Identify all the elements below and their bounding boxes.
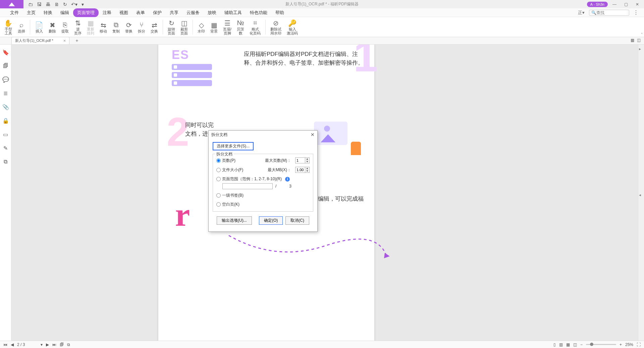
search-box[interactable]: 🔍 xyxy=(589,10,629,16)
menu-annotate[interactable]: 注释 xyxy=(99,8,115,17)
max-pages-spinner[interactable]: ▲▼ xyxy=(295,157,310,163)
ribbon-提取[interactable]: ⎘提取 xyxy=(59,20,71,34)
signature-icon[interactable]: ✎ xyxy=(3,145,8,151)
detail-view-icon[interactable]: ◫ xyxy=(637,38,641,43)
menu-home[interactable]: 主页 xyxy=(23,8,40,17)
thumbnails-view-icon[interactable]: ▦ xyxy=(631,38,634,43)
compare-icon[interactable]: ⧉ xyxy=(4,159,7,165)
ribbon-替换[interactable]: ⟳替换 xyxy=(123,20,135,34)
menu-form[interactable]: 表单 xyxy=(132,8,149,17)
menu-share[interactable]: 共享 xyxy=(166,8,182,17)
security-icon[interactable]: 🔒 xyxy=(2,118,9,124)
pages-icon[interactable]: 🗐 xyxy=(3,63,8,69)
max-pages-input[interactable] xyxy=(296,158,305,163)
ribbon-移动[interactable]: ⇆移动 xyxy=(98,20,109,34)
maximize-button[interactable]: ▢ xyxy=(621,1,631,8)
document-canvas[interactable]: ES 1 应用福昕PDF编辑器对PDF文档进行编辑、注释、合并和拆分、电子签章、… xyxy=(11,45,638,341)
ribbon-collapse-icon[interactable]: ˄ xyxy=(641,32,643,36)
menu-convert[interactable]: 转换 xyxy=(40,8,56,17)
fields-icon[interactable]: ▭ xyxy=(3,131,8,138)
history-back-icon[interactable]: 🗐 xyxy=(60,342,64,347)
prev-page-icon[interactable]: ◀ xyxy=(11,342,14,347)
comments-icon[interactable]: 💬 xyxy=(2,76,9,83)
max-mb-spinner[interactable]: ▲▼ xyxy=(295,167,310,173)
spin-down-icon[interactable]: ▼ xyxy=(305,170,309,172)
menu-overflow-icon[interactable]: ⋮ xyxy=(631,9,641,16)
undo-dropdown-icon[interactable]: ↶▾ xyxy=(71,2,77,7)
ribbon-复制[interactable]: ⧉复制 xyxy=(110,20,122,34)
info-icon[interactable]: i xyxy=(285,177,290,182)
select-more-files-button[interactable]: 选择更多文件(S)... xyxy=(213,142,254,150)
history-forward-icon[interactable]: ⧉ xyxy=(67,342,70,347)
ribbon-重新排列[interactable]: ▦重新 排列 xyxy=(85,18,96,36)
menu-slideshow[interactable]: 放映 xyxy=(204,8,220,17)
menu-file[interactable]: 文件 xyxy=(6,8,23,17)
cancel-button[interactable]: 取消(C) xyxy=(285,216,309,225)
option-pages[interactable]: 页数(P) xyxy=(216,158,235,163)
ribbon-页眉/页脚[interactable]: ☰页眉/ 页脚 xyxy=(221,18,233,36)
ribbon-逆页序[interactable]: ⇅逆 页序 xyxy=(72,18,84,36)
open-icon[interactable]: 🗀 xyxy=(28,2,33,7)
menu-help[interactable]: 帮助 xyxy=(271,8,288,17)
page-range-input[interactable] xyxy=(222,183,273,189)
bookmark-icon[interactable]: 🔖 xyxy=(2,49,9,56)
zoom-slider[interactable] xyxy=(586,344,616,345)
dialog-close-icon[interactable]: ✕ xyxy=(311,132,315,137)
ribbon-裁剪页面[interactable]: ◫裁剪 页面 xyxy=(178,18,190,36)
view-continuous-icon[interactable]: ▥ xyxy=(559,342,563,347)
ribbon-手型工具[interactable]: ✋手型 工具 xyxy=(2,18,14,36)
tab-close-icon[interactable]: × xyxy=(63,38,66,43)
radio-bookmark[interactable] xyxy=(216,193,221,198)
ribbon-贝茨数[interactable]: №贝茨 数 xyxy=(235,18,246,36)
menu-view[interactable]: 视图 xyxy=(115,8,132,17)
display-mode-toggle[interactable]: 正▾ xyxy=(576,9,587,17)
first-page-icon[interactable]: ⏮ xyxy=(3,342,7,347)
next-page-icon[interactable]: ▶ xyxy=(46,342,49,347)
layers-icon[interactable]: ≣ xyxy=(3,90,8,96)
option-range[interactable]: 页面范围（范例：1, 2-7, 8-10)(R) xyxy=(216,176,282,182)
ok-button[interactable]: 确定(O) xyxy=(259,216,283,225)
radio-blank[interactable] xyxy=(216,202,221,207)
ribbon-插入[interactable]: 📄插入 xyxy=(33,20,45,34)
max-mb-input[interactable] xyxy=(296,167,305,172)
fullscreen-icon[interactable]: ⛶ xyxy=(637,342,641,347)
radio-range[interactable] xyxy=(216,177,221,181)
save-icon[interactable]: 🖫 xyxy=(37,2,42,7)
radio-filesize[interactable] xyxy=(216,168,221,172)
ribbon-删除[interactable]: ✖删除 xyxy=(47,20,58,34)
menu-protect[interactable]: 保护 xyxy=(149,8,166,17)
ribbon-格式化页码[interactable]: ⌗格式 化页码 xyxy=(248,18,263,36)
ribbon-交换[interactable]: ⇄交换 xyxy=(149,20,160,34)
spin-down-icon[interactable]: ▼ xyxy=(305,160,309,163)
menu-feature[interactable]: 特色功能 xyxy=(246,8,271,17)
last-page-icon[interactable]: ⏭ xyxy=(52,342,56,347)
qat-more-icon[interactable]: ▾ xyxy=(82,2,84,7)
view-single-icon[interactable]: ▯ xyxy=(553,342,556,347)
search-input[interactable] xyxy=(596,10,627,15)
page-dropdown-icon[interactable]: ▾ xyxy=(41,342,43,347)
redo-icon[interactable]: ↻ xyxy=(63,2,67,7)
ribbon-水印[interactable]: ◇水印 xyxy=(196,20,207,34)
attachments-icon[interactable]: 📎 xyxy=(2,104,9,110)
option-bookmark[interactable]: 一级书签(B) xyxy=(216,193,244,198)
rail-expand-icon[interactable]: ◂ xyxy=(639,193,641,197)
new-tab-button[interactable]: + xyxy=(75,38,78,44)
dialog-titlebar[interactable]: 拆分文档 ✕ xyxy=(209,131,317,139)
output-options-button[interactable]: 输出选项(U)... xyxy=(217,216,252,225)
document-tab[interactable]: 新人引导(1)_OCR.pdf * × xyxy=(11,37,69,44)
option-blank[interactable]: 空白页(K) xyxy=(216,202,239,207)
blank-doc-icon[interactable]: 🗎 xyxy=(54,2,59,7)
rail-collapse-icon[interactable]: ▸ xyxy=(639,47,641,51)
view-cover-icon[interactable]: ◫ xyxy=(573,342,577,347)
zoom-out-icon[interactable]: − xyxy=(580,342,583,347)
close-button[interactable]: ✕ xyxy=(633,1,642,8)
minimize-button[interactable]: — xyxy=(610,1,619,8)
menu-page-manage[interactable]: 页面管理 xyxy=(73,8,99,17)
menu-cloud[interactable]: 云服务 xyxy=(182,8,204,17)
radio-pages[interactable] xyxy=(216,158,221,163)
page-number-input[interactable] xyxy=(17,342,37,347)
menu-accessibility[interactable]: 辅助工具 xyxy=(220,8,246,17)
ribbon-删除试用水印[interactable]: ⊘删除试 用水印 xyxy=(268,18,283,36)
option-filesize[interactable]: 文件大小(F) xyxy=(216,167,243,173)
ribbon-背景[interactable]: ▦背景 xyxy=(208,20,220,34)
